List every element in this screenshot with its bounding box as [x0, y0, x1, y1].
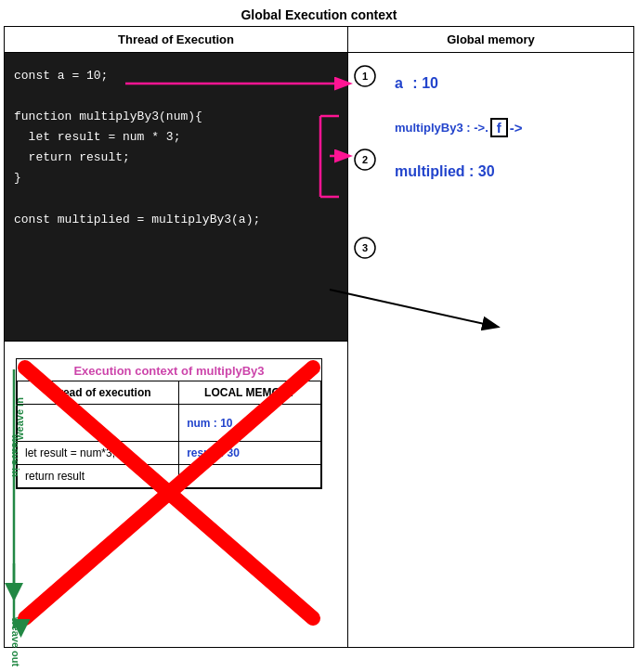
- left-panel: Thread of Execution: [5, 27, 348, 647]
- code-line-5: return result;: [14, 148, 338, 168]
- memory-cell-3: [179, 465, 321, 488]
- svg-point-11: [355, 149, 375, 170]
- memory-entry-multiplied: multiplied : 30: [395, 163, 620, 180]
- thread-cell-3: return result: [18, 465, 179, 488]
- memory-entry-multiplyby3: multiplyBy3 : ->. f ->: [395, 118, 620, 137]
- main-container: Thread of Execution: [4, 26, 634, 648]
- svg-point-9: [355, 66, 375, 86]
- memory-entry-a: a : 10: [395, 75, 620, 92]
- code-line-1: const a = 10;: [14, 66, 338, 86]
- weave-in-text: weave in: [10, 434, 21, 477]
- code-area: const a = 10; function multiplyBy3(num){…: [5, 53, 347, 341]
- table-row: return result: [18, 465, 321, 488]
- memory-header: LOCAL MEMORY: [179, 381, 321, 405]
- table-row: let result = num*3; result : 30: [18, 442, 321, 465]
- svg-text:2: 2: [362, 154, 368, 165]
- weave-out-arrow: [7, 563, 21, 638]
- thread-header: Thread of execution: [18, 381, 179, 405]
- thread-cell: [18, 405, 179, 442]
- multiplyby3-label: multiplyBy3 : ->.: [395, 121, 488, 135]
- multiplied-colon: :: [469, 163, 478, 179]
- table-row: num : 10: [18, 405, 321, 442]
- bottom-section: weave in weave in Execution context of m…: [5, 341, 347, 647]
- global-memory-content: 1 2 3 a : 10: [348, 53, 633, 647]
- memory-arrows-svg: 1 2 3: [348, 53, 633, 647]
- multiplyby3-arrow2: ->: [510, 120, 523, 136]
- memory-entry-a-colon: :: [412, 75, 422, 91]
- multiplied-value: 30: [478, 163, 495, 179]
- memory-entry-a-value: 10: [422, 75, 438, 91]
- code-line-6: }: [14, 168, 338, 188]
- svg-point-13: [355, 238, 375, 258]
- ec-title: Execution context of multiplyBy3: [17, 359, 321, 381]
- svg-line-15: [330, 290, 497, 327]
- page-wrapper: Global Execution context Thread of Execu…: [0, 0, 638, 648]
- code-line-4: let result = num * 3;: [14, 127, 338, 148]
- memory-cell-2: result : 30: [179, 442, 321, 465]
- f-box: f: [490, 118, 508, 137]
- ec-table: Thread of execution LOCAL MEMORY num : 1…: [17, 381, 321, 488]
- code-line-8: const multiplied = multiplyBy3(a);: [14, 210, 338, 230]
- svg-text:1: 1: [362, 71, 368, 82]
- page-title: Global Execution context: [0, 0, 638, 26]
- memory-entry-a-label: a: [395, 75, 403, 91]
- multiplied-label: multiplied: [395, 163, 465, 179]
- thread-cell-2: let result = num*3;: [18, 442, 179, 465]
- left-panel-header: Thread of Execution: [5, 27, 347, 53]
- memory-cell-1: num : 10: [179, 405, 321, 442]
- code-line-2: [14, 86, 338, 107]
- svg-text:3: 3: [362, 242, 368, 253]
- right-panel: Global memory 1 2: [348, 27, 633, 647]
- right-panel-header: Global memory: [348, 27, 633, 53]
- execution-context-box: Execution context of multiplyBy3 Thread …: [16, 358, 322, 489]
- code-line-3: function multiplyBy3(num){: [14, 107, 338, 127]
- code-line-7: [14, 189, 338, 210]
